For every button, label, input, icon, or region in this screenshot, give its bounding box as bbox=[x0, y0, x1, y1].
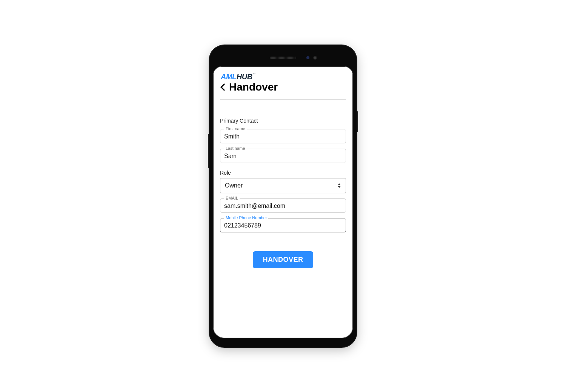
first-name-field[interactable]: First name bbox=[220, 129, 346, 143]
handover-button[interactable]: HANDOVER bbox=[253, 251, 313, 268]
phone-camera bbox=[313, 56, 317, 60]
phone-field[interactable]: Mobile Phone Number bbox=[220, 218, 346, 232]
logo-part-hub: HUB bbox=[237, 72, 252, 81]
first-name-input[interactable] bbox=[224, 133, 342, 140]
page-title: Handover bbox=[229, 81, 278, 93]
app-root: AMLHUB™ Handover Primary Contact First n… bbox=[213, 66, 353, 276]
role-label: Role bbox=[220, 170, 346, 176]
app-logo: AMLHUB™ bbox=[220, 72, 346, 82]
phone-label: Mobile Phone Number bbox=[224, 215, 268, 220]
last-name-field[interactable]: Last name bbox=[220, 149, 346, 163]
role-select[interactable]: Owner bbox=[220, 178, 346, 193]
last-name-label: Last name bbox=[224, 146, 246, 151]
email-label: EMAIL bbox=[224, 196, 240, 200]
phone-screen: AMLHUB™ Handover Primary Contact First n… bbox=[213, 66, 353, 338]
text-caret bbox=[268, 222, 268, 229]
back-icon[interactable] bbox=[220, 83, 228, 91]
divider bbox=[220, 99, 346, 100]
email-field[interactable]: EMAIL bbox=[220, 198, 346, 213]
email-input[interactable] bbox=[224, 203, 342, 209]
phone-speaker bbox=[270, 57, 296, 59]
phone-top-bezel bbox=[213, 49, 353, 66]
logo-tm: ™ bbox=[252, 72, 255, 76]
title-bar: Handover bbox=[220, 81, 346, 93]
role-select-value: Owner bbox=[225, 182, 243, 189]
select-chevrons-icon bbox=[337, 183, 341, 188]
phone-frame: AMLHUB™ Handover Primary Contact First n… bbox=[209, 45, 357, 347]
phone-sensor bbox=[306, 56, 309, 59]
phone-input[interactable] bbox=[224, 222, 268, 229]
first-name-label: First name bbox=[224, 126, 247, 131]
logo-part-aml: AML bbox=[221, 72, 237, 81]
last-name-input[interactable] bbox=[224, 153, 342, 160]
cta-container: HANDOVER bbox=[220, 251, 346, 268]
section-label-primary-contact: Primary Contact bbox=[220, 118, 346, 124]
